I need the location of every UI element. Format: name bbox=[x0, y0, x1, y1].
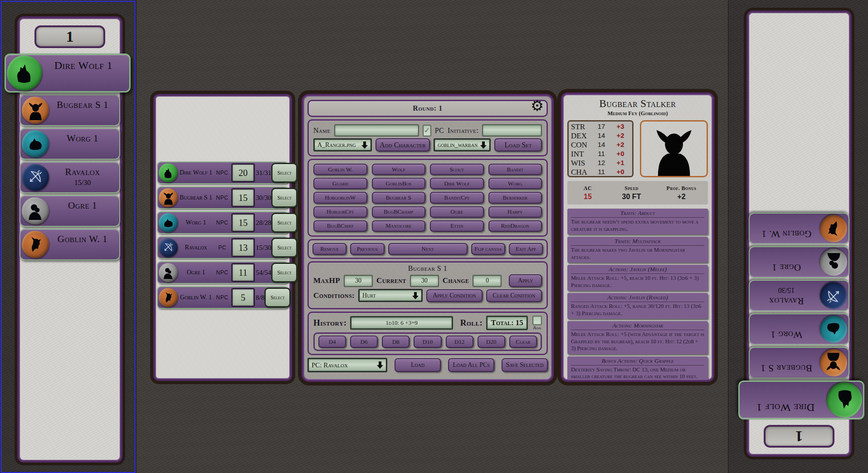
history-label: History: bbox=[313, 318, 346, 328]
current-hp-input[interactable]: 30 bbox=[410, 275, 439, 287]
monster-button[interactable]: RedDragon bbox=[488, 220, 542, 232]
monster-button[interactable]: HobgobCpt bbox=[313, 206, 367, 218]
initiative-input[interactable]: 11 bbox=[231, 263, 255, 282]
monster-button[interactable]: Guard bbox=[313, 178, 367, 189]
trait-box: Traits: Abduct The bugbear needn't spend… bbox=[567, 209, 708, 234]
trait-body: The bugbear needn't spend extra movement… bbox=[571, 219, 704, 233]
monster-button[interactable]: Ettin bbox=[430, 220, 484, 232]
trait-box: Bonus Actions: Quick Grapple Dexterity S… bbox=[567, 356, 708, 382]
remove-button[interactable]: Remove bbox=[312, 243, 346, 255]
bugbear-token-icon bbox=[159, 188, 178, 207]
chevron-down-icon bbox=[480, 141, 487, 149]
trait-box: Actions: Morningstar Melee Attack Roll: … bbox=[567, 321, 708, 354]
initiative-input[interactable]: 13 bbox=[231, 238, 255, 257]
monster-button[interactable]: Dire Wolf bbox=[430, 178, 484, 189]
previous-button[interactable]: Previous bbox=[350, 243, 384, 255]
d4-button[interactable]: D4 bbox=[318, 336, 346, 348]
initiative-input[interactable]: 5 bbox=[231, 288, 255, 307]
ability-mod: +0 bbox=[610, 150, 631, 159]
roster-name: Dire Wolf 1 bbox=[178, 169, 214, 176]
dice-button-bar: D4 D6 D8 D10 D12 D20 Clear bbox=[313, 332, 542, 351]
roster-name: Ogre 1 bbox=[178, 269, 214, 276]
add-roll-checkbox[interactable] bbox=[532, 316, 542, 325]
settings-gear-icon[interactable]: ⚙ bbox=[531, 98, 544, 113]
initiative-input[interactable]: 15 bbox=[231, 213, 255, 232]
select-button[interactable]: Select bbox=[271, 213, 297, 233]
roster-name: Goblin W. 1 bbox=[178, 294, 214, 301]
monster-button[interactable]: Berserker bbox=[488, 192, 542, 203]
trait-header: Bonus Actions: Quick Grapple bbox=[571, 357, 704, 366]
maxhp-input[interactable]: 30 bbox=[344, 275, 373, 287]
load-all-pcs-button[interactable]: Load All PCs bbox=[448, 358, 494, 372]
flip-canvas-button[interactable]: Flip canvas bbox=[471, 243, 505, 255]
trait-body: Melee Attack Roll: +5, reach 10 ft. Hit:… bbox=[571, 275, 704, 289]
d12-button[interactable]: D12 bbox=[446, 336, 473, 348]
select-button[interactable]: Select bbox=[271, 263, 297, 283]
select-button[interactable]: Select bbox=[271, 188, 297, 208]
turn-card-name: Bugbear S 1 bbox=[753, 362, 819, 374]
monster-button[interactable]: Manticore bbox=[372, 220, 426, 232]
add-character-button[interactable]: Add Character bbox=[375, 138, 430, 151]
portrait-dropdown[interactable]: A_Ranger.png bbox=[313, 138, 372, 151]
turn-card-ogre: Ogre 1 bbox=[20, 195, 120, 227]
d20-button[interactable]: D20 bbox=[478, 336, 505, 348]
monster-button[interactable]: Bandit bbox=[488, 164, 542, 175]
roster-type-label: PC bbox=[214, 244, 230, 251]
save-selected-button[interactable]: Save Selected bbox=[502, 358, 548, 372]
prof-bonus-label: Prof. Bonus bbox=[667, 185, 697, 192]
add-character-section: Name ✓ PC Initiative: A_Ranger.png Add C… bbox=[307, 119, 548, 156]
next-button[interactable]: Next bbox=[388, 243, 468, 255]
ability-score: 14 bbox=[593, 141, 610, 150]
clear-condition-button[interactable]: Clear Condtion bbox=[486, 289, 542, 302]
load-set-button[interactable]: Load Set bbox=[494, 138, 542, 151]
name-input[interactable] bbox=[334, 124, 419, 137]
turn-card-name: Goblin W. 1 bbox=[49, 234, 116, 245]
d10-button[interactable]: D10 bbox=[414, 336, 441, 348]
statblock-panel: Bugbear Stalker Medium Fey (Goblinoid) S… bbox=[561, 93, 714, 382]
turn-card-name: Ogre 1 bbox=[49, 200, 116, 211]
monster-button[interactable]: Ogre bbox=[430, 206, 484, 218]
pc-dropdown[interactable]: PC: Ravalox bbox=[307, 358, 387, 372]
roster-hp: 31/31 bbox=[256, 169, 271, 177]
condition-dropdown[interactable]: Hurt bbox=[358, 289, 423, 302]
pc-dropdown-value: PC: Ravalox bbox=[312, 361, 374, 369]
initiative-input[interactable] bbox=[482, 124, 542, 137]
trait-box: Actions: Javelin (Ranged) Ranged Attack … bbox=[567, 293, 708, 319]
monster-button[interactable]: Worg bbox=[488, 178, 542, 189]
exit-app-button[interactable]: Exit App bbox=[509, 243, 543, 255]
monster-button[interactable]: BanditCpt bbox=[430, 192, 484, 203]
goblin-token-icon bbox=[159, 288, 178, 307]
ability-score: 11 bbox=[593, 150, 610, 159]
monster-button[interactable]: GoblinBos bbox=[372, 178, 426, 189]
load-pc-button[interactable]: Load bbox=[395, 358, 441, 372]
turn-card-bugbear: Bugbear S 1 bbox=[749, 347, 849, 379]
chevron-down-icon bbox=[361, 141, 368, 149]
monster-button[interactable]: Harpy bbox=[488, 206, 542, 218]
monster-button[interactable]: Bugbear S bbox=[372, 192, 426, 203]
ability-score: 11 bbox=[593, 168, 610, 177]
turn-card-dire-wolf: Dire Wolf 1 bbox=[738, 380, 864, 419]
monster-button[interactable]: Wolf bbox=[372, 164, 426, 175]
trait-header: Traits: Multiattack bbox=[571, 238, 704, 246]
monster-button[interactable]: Goblin W. bbox=[313, 164, 367, 175]
monster-button[interactable]: Scout bbox=[430, 164, 484, 175]
monster-button[interactable]: HobgoblinW bbox=[313, 192, 367, 203]
pc-checkbox[interactable]: ✓ bbox=[423, 125, 431, 137]
initiative-input[interactable]: 20 bbox=[231, 163, 255, 182]
apply-hp-button[interactable]: Apply bbox=[509, 274, 542, 287]
apply-condition-button[interactable]: Apply Condition bbox=[426, 289, 482, 302]
initiative-input[interactable]: 15 bbox=[231, 188, 255, 207]
d6-button[interactable]: D6 bbox=[350, 336, 378, 348]
select-button[interactable]: Select bbox=[264, 288, 291, 307]
monster-button[interactable]: BugBChamp bbox=[372, 206, 426, 218]
character-set-dropdown[interactable]: goblin_warban bbox=[434, 138, 491, 151]
ac-label: AC bbox=[584, 185, 592, 192]
roster-type-label: NPC bbox=[214, 294, 230, 301]
clear-roll-button[interactable]: Clear bbox=[509, 336, 537, 348]
monster-button[interactable]: BugBChief bbox=[313, 220, 367, 232]
change-input[interactable]: 0 bbox=[473, 275, 502, 287]
select-button[interactable]: Select bbox=[271, 163, 297, 183]
select-button[interactable]: Select bbox=[271, 238, 297, 258]
portrait-dropdown-value: A_Ranger.png bbox=[317, 141, 359, 149]
d8-button[interactable]: D8 bbox=[382, 336, 410, 348]
